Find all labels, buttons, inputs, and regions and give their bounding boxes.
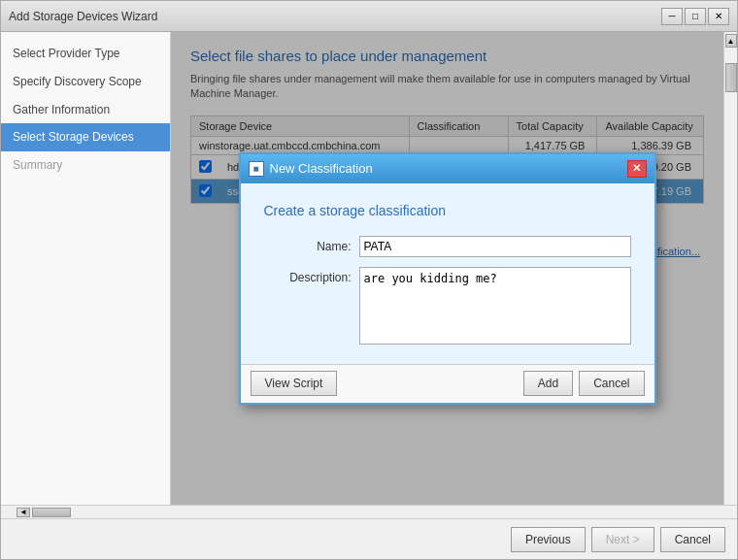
window-title: Add Storage Devices Wizard <box>9 10 157 23</box>
sidebar-item-summary[interactable]: Summary <box>1 151 170 180</box>
add-button[interactable]: Add <box>523 371 573 396</box>
maximize-button[interactable]: □ <box>685 8 706 25</box>
content-area: Select Provider Type Specify Discovery S… <box>1 32 737 505</box>
minimize-button[interactable]: ─ <box>661 8 683 25</box>
new-classification-modal: ■ New Classification ✕ Create a storage … <box>239 152 656 405</box>
title-bar: Add Storage Devices Wizard ─ □ ✕ <box>1 1 737 32</box>
main-window: Add Storage Devices Wizard ─ □ ✕ Select … <box>0 0 738 560</box>
modal-footer-right: Add Cancel <box>523 371 645 396</box>
modal-title-left: ■ New Classification <box>249 161 373 177</box>
modal-subtitle: Create a storage classification <box>264 203 631 218</box>
sidebar-item-select-provider[interactable]: Select Provider Type <box>1 40 170 68</box>
modal-form: Name: Description: are you kidding me? <box>264 236 631 345</box>
modal-close-button[interactable]: ✕ <box>627 160 647 178</box>
previous-button[interactable]: Previous <box>511 527 586 552</box>
vertical-scrollbar[interactable]: ▲ <box>723 32 737 505</box>
sidebar-item-gather-info[interactable]: Gather Information <box>1 96 170 124</box>
next-button[interactable]: Next > <box>591 527 654 552</box>
title-bar-controls: ─ □ ✕ <box>661 8 729 25</box>
main-content: Select file shares to place under manage… <box>171 32 723 505</box>
description-label: Description: <box>264 267 352 284</box>
main-bottom-bar: Previous Next > Cancel <box>1 518 737 559</box>
sidebar-item-select-storage[interactable]: Select Storage Devices <box>1 123 170 151</box>
view-script-button[interactable]: View Script <box>251 371 338 396</box>
description-textarea[interactable]: are you kidding me? <box>359 267 631 345</box>
close-button[interactable]: ✕ <box>708 8 729 25</box>
h-scroll-thumb[interactable] <box>32 508 71 517</box>
form-row-description: Description: are you kidding me? <box>264 267 631 345</box>
name-input[interactable] <box>359 236 631 257</box>
modal-title-bar: ■ New Classification ✕ <box>241 154 654 183</box>
cancel-button[interactable]: Cancel <box>660 527 725 552</box>
horizontal-scrollbar[interactable]: ◄ <box>1 505 737 518</box>
form-row-name: Name: <box>264 236 631 257</box>
modal-overlay: ■ New Classification ✕ Create a storage … <box>171 32 723 505</box>
name-label: Name: <box>264 236 352 253</box>
scroll-thumb[interactable] <box>725 63 737 92</box>
modal-footer: View Script Add Cancel <box>241 364 654 403</box>
modal-icon: ■ <box>249 161 264 177</box>
modal-cancel-button[interactable]: Cancel <box>579 371 644 396</box>
scroll-up-arrow[interactable]: ▲ <box>725 34 737 48</box>
sidebar: Select Provider Type Specify Discovery S… <box>1 32 171 505</box>
modal-body: Create a storage classification Name: De… <box>241 183 654 364</box>
modal-title: New Classification <box>270 161 373 176</box>
scroll-left-arrow[interactable]: ◄ <box>17 508 30 517</box>
sidebar-item-specify-discovery[interactable]: Specify Discovery Scope <box>1 68 170 96</box>
